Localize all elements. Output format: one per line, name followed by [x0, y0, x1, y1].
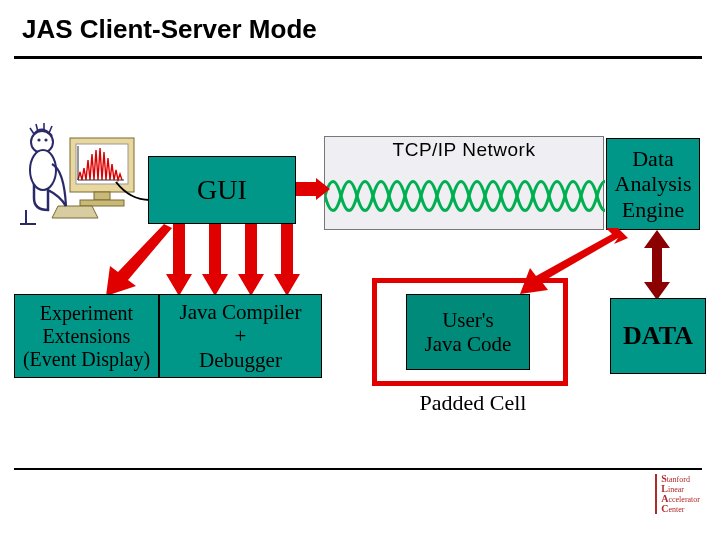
svg-rect-4	[94, 192, 110, 200]
jvc-line1: Java Compiler	[180, 300, 302, 324]
svg-marker-15	[274, 224, 300, 296]
ujc-line2: Java Code	[425, 332, 512, 356]
network-label: TCP/IP Network	[325, 139, 603, 161]
arrow-gui-down-4	[238, 224, 264, 296]
svg-point-7	[37, 138, 40, 141]
slide-title: JAS Client-Server Mode	[22, 14, 317, 45]
ext-line2: Extensions	[43, 325, 131, 348]
divider-bottom	[14, 468, 702, 470]
ext-line1: Experiment	[40, 302, 133, 325]
java-compiler-box: Java Compiler + Debugger	[159, 294, 322, 378]
ext-line3: (Event Display)	[23, 348, 150, 371]
svg-marker-17	[644, 230, 670, 300]
arrow-gui-to-network	[296, 178, 330, 200]
arrow-gui-down-3	[202, 224, 228, 296]
svg-marker-14	[238, 224, 264, 296]
data-analysis-engine-box: Data Analysis Engine	[606, 138, 700, 230]
svg-point-9	[30, 150, 56, 190]
divider-top	[14, 56, 702, 59]
arrow-gui-down-5	[274, 224, 300, 296]
users-java-code-box: User's Java Code	[406, 294, 530, 370]
data-label: DATA	[623, 321, 693, 351]
gui-box: GUI	[148, 156, 296, 224]
dae-line2: Analysis	[615, 171, 692, 196]
ujc-line1: User's	[442, 308, 494, 332]
svg-marker-13	[202, 224, 228, 296]
jvc-line2: +	[235, 324, 247, 348]
arrow-gui-down-2	[166, 224, 192, 296]
jvc-line3: Debugger	[199, 348, 282, 372]
slac-logo: SStanfordtanford Linear Accelerator Cent…	[655, 474, 700, 514]
network-wave-icon	[325, 163, 605, 229]
experiment-extensions-box: Experiment Extensions (Event Display)	[14, 294, 159, 378]
arrow-gui-down-1	[94, 224, 174, 298]
arrow-dae-data	[642, 230, 672, 300]
dae-line1: Data	[632, 146, 674, 171]
svg-marker-10	[296, 178, 330, 200]
svg-marker-11	[106, 224, 172, 296]
data-box: DATA	[610, 298, 706, 374]
tcpip-network: TCP/IP Network	[324, 136, 604, 230]
svg-marker-12	[166, 224, 192, 296]
user-at-terminal-icon	[16, 120, 142, 232]
arrow-network-to-gui	[296, 158, 330, 180]
dae-line3: Engine	[622, 197, 684, 222]
padded-cell-label: Padded Cell	[398, 390, 548, 416]
gui-label: GUI	[197, 174, 247, 206]
svg-point-8	[44, 138, 47, 141]
